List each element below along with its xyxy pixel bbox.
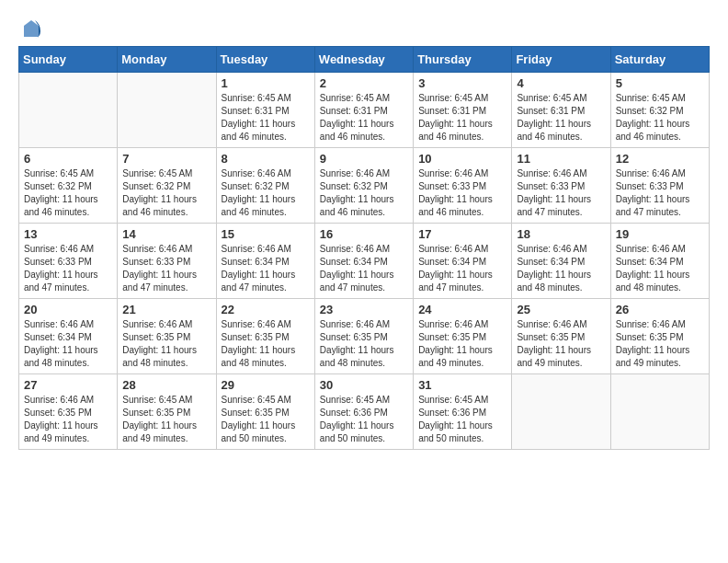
day-number: 14 xyxy=(122,227,210,241)
calendar-day-cell xyxy=(512,374,610,450)
calendar-week-row: 20Sunrise: 6:46 AM Sunset: 6:34 PM Dayli… xyxy=(19,299,710,374)
calendar-day-cell: 17Sunrise: 6:46 AM Sunset: 6:34 PM Dayli… xyxy=(414,224,512,299)
day-number: 13 xyxy=(24,227,112,241)
day-number: 18 xyxy=(517,227,605,241)
calendar-day-cell: 22Sunrise: 6:46 AM Sunset: 6:35 PM Dayli… xyxy=(216,299,314,374)
day-info: Sunrise: 6:46 AM Sunset: 6:33 PM Dayligh… xyxy=(418,167,506,219)
calendar-week-row: 1Sunrise: 6:45 AM Sunset: 6:31 PM Daylig… xyxy=(19,73,710,148)
calendar-week-row: 13Sunrise: 6:46 AM Sunset: 6:33 PM Dayli… xyxy=(19,224,710,299)
calendar-day-cell: 5Sunrise: 6:45 AM Sunset: 6:32 PM Daylig… xyxy=(610,73,709,148)
day-info: Sunrise: 6:45 AM Sunset: 6:35 PM Dayligh… xyxy=(122,394,210,445)
day-info: Sunrise: 6:46 AM Sunset: 6:35 PM Dayligh… xyxy=(418,318,506,370)
day-number: 2 xyxy=(320,76,408,90)
day-info: Sunrise: 6:45 AM Sunset: 6:32 PM Dayligh… xyxy=(616,92,704,144)
calendar-day-cell: 30Sunrise: 6:45 AM Sunset: 6:36 PM Dayli… xyxy=(314,374,413,450)
day-info: Sunrise: 6:45 AM Sunset: 6:35 PM Dayligh… xyxy=(222,394,310,445)
calendar-day-cell: 19Sunrise: 6:46 AM Sunset: 6:34 PM Dayli… xyxy=(610,224,709,299)
calendar-day-cell: 24Sunrise: 6:46 AM Sunset: 6:35 PM Dayli… xyxy=(414,299,512,374)
calendar-header-row: SundayMondayTuesdayWednesdayThursdayFrid… xyxy=(19,47,710,73)
day-number: 11 xyxy=(517,152,605,166)
day-of-week-header: Thursday xyxy=(414,47,512,73)
day-info: Sunrise: 6:46 AM Sunset: 6:35 PM Dayligh… xyxy=(122,318,210,370)
day-number: 17 xyxy=(418,227,506,241)
day-of-week-header: Wednesday xyxy=(314,47,413,73)
calendar-day-cell: 15Sunrise: 6:46 AM Sunset: 6:34 PM Dayli… xyxy=(216,224,314,299)
day-number: 30 xyxy=(320,378,408,392)
day-number: 28 xyxy=(122,378,210,392)
day-number: 19 xyxy=(616,227,704,241)
day-number: 12 xyxy=(616,152,704,166)
day-number: 15 xyxy=(222,227,310,241)
day-number: 27 xyxy=(24,378,112,392)
day-of-week-header: Sunday xyxy=(19,47,118,73)
calendar-week-row: 6Sunrise: 6:45 AM Sunset: 6:32 PM Daylig… xyxy=(19,148,710,224)
day-number: 24 xyxy=(418,303,506,316)
day-info: Sunrise: 6:46 AM Sunset: 6:34 PM Dayligh… xyxy=(517,243,605,294)
day-number: 16 xyxy=(320,227,408,241)
day-info: Sunrise: 6:45 AM Sunset: 6:31 PM Dayligh… xyxy=(517,92,605,144)
day-info: Sunrise: 6:46 AM Sunset: 6:33 PM Dayligh… xyxy=(517,167,605,219)
day-number: 29 xyxy=(222,378,310,392)
day-of-week-header: Friday xyxy=(512,47,610,73)
calendar-day-cell: 4Sunrise: 6:45 AM Sunset: 6:31 PM Daylig… xyxy=(512,73,610,148)
day-info: Sunrise: 6:46 AM Sunset: 6:34 PM Dayligh… xyxy=(24,318,112,370)
calendar-day-cell: 14Sunrise: 6:46 AM Sunset: 6:33 PM Dayli… xyxy=(118,224,216,299)
day-info: Sunrise: 6:46 AM Sunset: 6:33 PM Dayligh… xyxy=(24,243,112,294)
day-number: 31 xyxy=(418,378,506,392)
calendar-day-cell: 11Sunrise: 6:46 AM Sunset: 6:33 PM Dayli… xyxy=(512,148,610,224)
calendar-day-cell xyxy=(610,374,709,450)
calendar-day-cell: 20Sunrise: 6:46 AM Sunset: 6:34 PM Dayli… xyxy=(19,299,118,374)
day-number: 7 xyxy=(122,152,210,166)
logo-icon xyxy=(20,18,42,40)
calendar-day-cell: 6Sunrise: 6:45 AM Sunset: 6:32 PM Daylig… xyxy=(19,148,118,224)
calendar-day-cell: 28Sunrise: 6:45 AM Sunset: 6:35 PM Dayli… xyxy=(118,374,216,450)
day-info: Sunrise: 6:46 AM Sunset: 6:34 PM Dayligh… xyxy=(320,243,408,294)
day-info: Sunrise: 6:45 AM Sunset: 6:36 PM Dayligh… xyxy=(418,394,506,445)
calendar-day-cell: 13Sunrise: 6:46 AM Sunset: 6:33 PM Dayli… xyxy=(19,224,118,299)
calendar-day-cell: 25Sunrise: 6:46 AM Sunset: 6:35 PM Dayli… xyxy=(512,299,610,374)
day-info: Sunrise: 6:46 AM Sunset: 6:35 PM Dayligh… xyxy=(616,318,704,370)
calendar-day-cell: 3Sunrise: 6:45 AM Sunset: 6:31 PM Daylig… xyxy=(414,73,512,148)
day-info: Sunrise: 6:45 AM Sunset: 6:31 PM Dayligh… xyxy=(320,92,408,144)
day-info: Sunrise: 6:46 AM Sunset: 6:34 PM Dayligh… xyxy=(418,243,506,294)
calendar-day-cell: 10Sunrise: 6:46 AM Sunset: 6:33 PM Dayli… xyxy=(414,148,512,224)
day-number: 25 xyxy=(517,303,605,316)
day-number: 9 xyxy=(320,152,408,166)
header xyxy=(18,18,710,37)
calendar-day-cell: 7Sunrise: 6:45 AM Sunset: 6:32 PM Daylig… xyxy=(118,148,216,224)
day-info: Sunrise: 6:46 AM Sunset: 6:33 PM Dayligh… xyxy=(122,243,210,294)
calendar-day-cell xyxy=(19,73,118,148)
day-info: Sunrise: 6:46 AM Sunset: 6:34 PM Dayligh… xyxy=(222,243,310,294)
calendar-day-cell: 26Sunrise: 6:46 AM Sunset: 6:35 PM Dayli… xyxy=(610,299,709,374)
day-info: Sunrise: 6:46 AM Sunset: 6:34 PM Dayligh… xyxy=(616,243,704,294)
calendar-day-cell: 16Sunrise: 6:46 AM Sunset: 6:34 PM Dayli… xyxy=(314,224,413,299)
day-info: Sunrise: 6:46 AM Sunset: 6:35 PM Dayligh… xyxy=(24,394,112,445)
day-info: Sunrise: 6:45 AM Sunset: 6:31 PM Dayligh… xyxy=(222,92,310,144)
day-number: 4 xyxy=(517,76,605,90)
day-info: Sunrise: 6:45 AM Sunset: 6:31 PM Dayligh… xyxy=(418,92,506,144)
day-of-week-header: Tuesday xyxy=(216,47,314,73)
day-number: 5 xyxy=(616,76,704,90)
calendar-day-cell: 31Sunrise: 6:45 AM Sunset: 6:36 PM Dayli… xyxy=(414,374,512,450)
day-number: 20 xyxy=(24,303,112,316)
day-of-week-header: Monday xyxy=(118,47,216,73)
calendar-day-cell: 27Sunrise: 6:46 AM Sunset: 6:35 PM Dayli… xyxy=(19,374,118,450)
calendar-day-cell: 1Sunrise: 6:45 AM Sunset: 6:31 PM Daylig… xyxy=(216,73,314,148)
day-of-week-header: Saturday xyxy=(610,47,709,73)
day-number: 8 xyxy=(222,152,310,166)
day-number: 26 xyxy=(616,303,704,316)
day-number: 3 xyxy=(418,76,506,90)
logo xyxy=(18,18,42,37)
calendar-day-cell: 8Sunrise: 6:46 AM Sunset: 6:32 PM Daylig… xyxy=(216,148,314,224)
calendar-day-cell: 2Sunrise: 6:45 AM Sunset: 6:31 PM Daylig… xyxy=(314,73,413,148)
calendar-day-cell: 23Sunrise: 6:46 AM Sunset: 6:35 PM Dayli… xyxy=(314,299,413,374)
calendar-day-cell: 18Sunrise: 6:46 AM Sunset: 6:34 PM Dayli… xyxy=(512,224,610,299)
day-number: 1 xyxy=(222,76,310,90)
day-number: 22 xyxy=(222,303,310,316)
day-info: Sunrise: 6:46 AM Sunset: 6:32 PM Dayligh… xyxy=(222,167,310,219)
day-info: Sunrise: 6:46 AM Sunset: 6:35 PM Dayligh… xyxy=(222,318,310,370)
calendar-week-row: 27Sunrise: 6:46 AM Sunset: 6:35 PM Dayli… xyxy=(19,374,710,450)
day-info: Sunrise: 6:46 AM Sunset: 6:35 PM Dayligh… xyxy=(320,318,408,370)
day-info: Sunrise: 6:46 AM Sunset: 6:33 PM Dayligh… xyxy=(616,167,704,219)
day-info: Sunrise: 6:46 AM Sunset: 6:32 PM Dayligh… xyxy=(320,167,408,219)
